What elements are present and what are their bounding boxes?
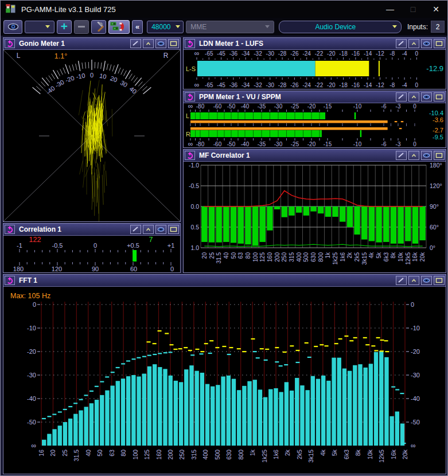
samplerate-dropdown[interactable]: 48000: [147, 21, 184, 33]
panel-maximize-button[interactable]: [434, 39, 445, 48]
panel-collapse-button[interactable]: [408, 39, 419, 48]
maximize-icon: [435, 153, 443, 158]
maximize-button[interactable]: □: [402, 1, 424, 18]
svg-text:∞: ∞: [188, 140, 193, 147]
svg-text:250: 250: [178, 450, 185, 460]
audio-hardware-button[interactable]: [108, 20, 130, 34]
preset-dropdown[interactable]: [25, 21, 54, 33]
svg-text:80: 80: [245, 252, 251, 259]
svg-text:-45: -45: [217, 50, 225, 57]
svg-text:2k: 2k: [284, 449, 291, 456]
power-button[interactable]: [5, 39, 15, 48]
svg-text:-10: -10: [27, 325, 36, 331]
svg-text:-14: -14: [364, 82, 372, 88]
maximize-icon: [435, 278, 443, 283]
minus-icon: [78, 26, 85, 28]
svg-text:-65: -65: [205, 82, 213, 88]
gonio-display: -40-30-20-10010203040LR1.1°: [3, 50, 180, 221]
meter-graphics: 1227-1-0.50+0.5+118012090600: [3, 236, 180, 272]
panel-maximize-button[interactable]: [434, 151, 445, 160]
panel-maximize-button[interactable]: [434, 92, 445, 102]
svg-text:+0.5: +0.5: [127, 242, 139, 249]
panel-eye-button[interactable]: [421, 276, 432, 285]
close-button[interactable]: ✕: [424, 1, 447, 18]
svg-text:40: 40: [223, 252, 229, 259]
power-icon: [6, 226, 13, 233]
panel-collapse-button[interactable]: [408, 92, 419, 102]
svg-text:-1.0: -1.0: [189, 162, 199, 169]
svg-text:-32: -32: [254, 50, 262, 57]
collapse-icon: [145, 227, 152, 232]
power-button[interactable]: [5, 225, 15, 234]
power-button[interactable]: [185, 39, 195, 48]
svg-text:50: 50: [231, 252, 237, 259]
power-icon: [6, 40, 13, 47]
panel-edit-button[interactable]: [396, 276, 407, 285]
view-button[interactable]: [3, 20, 22, 34]
svg-text:-20: -20: [327, 82, 336, 88]
panel-maximize-button[interactable]: [168, 225, 179, 234]
panel-eye-button[interactable]: [421, 151, 432, 160]
panel-maximize-button[interactable]: [168, 39, 179, 48]
driver-dropdown[interactable]: MME: [186, 21, 274, 33]
svg-text:8k: 8k: [354, 449, 361, 456]
svg-text:-35: -35: [258, 141, 266, 147]
power-button[interactable]: [5, 276, 15, 285]
panel-collapse-button[interactable]: [408, 151, 419, 160]
svg-text:-18: -18: [339, 82, 348, 88]
svg-text:200: 200: [274, 252, 281, 262]
power-button[interactable]: [185, 92, 195, 102]
app-window: PG-AMM-Lite v3.1 Build 725 — □ ✕ +: [0, 0, 448, 476]
dropdown-arrow-icon: [392, 25, 397, 28]
panel-eye-button[interactable]: [155, 225, 166, 234]
panel-edit-button[interactable]: [396, 151, 407, 160]
svg-text:125: 125: [259, 252, 266, 262]
mf-correlator-display: -1.0-0.50.00.51.0180°120°90°60°0°202531.…: [184, 162, 446, 272]
remove-meter-button[interactable]: [74, 20, 89, 34]
settings-button[interactable]: [91, 20, 106, 34]
edit-icon: [132, 227, 139, 232]
panel-eye-button[interactable]: [421, 39, 432, 48]
collapse-toolbar-button[interactable]: «: [132, 20, 143, 34]
panel-collapse-button[interactable]: [143, 39, 154, 48]
power-button[interactable]: [185, 151, 195, 160]
svg-text:20k: 20k: [402, 449, 408, 459]
panel-eye-button[interactable]: [421, 92, 432, 102]
svg-text:0: 0: [411, 301, 414, 308]
panel-edit-button[interactable]: [396, 92, 407, 102]
minimize-button[interactable]: —: [379, 1, 402, 18]
svg-text:31.5: 31.5: [73, 450, 80, 462]
fft-panel-header: FFT 1: [3, 275, 446, 287]
svg-text:∞: ∞: [194, 81, 200, 89]
audio-device-dropdown[interactable]: Audio Device: [279, 21, 402, 33]
svg-text:-4: -4: [402, 82, 407, 88]
svg-text:4k: 4k: [368, 252, 375, 259]
svg-text:180: 180: [13, 266, 24, 272]
panel-eye-button[interactable]: [155, 39, 166, 48]
panel-edit-button[interactable]: [130, 39, 141, 48]
panel-edit-button[interactable]: [130, 225, 141, 234]
svg-text:-1: -1: [17, 242, 22, 249]
svg-text:2k5: 2k5: [296, 450, 303, 459]
svg-text:-36: -36: [229, 50, 238, 57]
svg-text:8k: 8k: [390, 252, 396, 259]
svg-text:400: 400: [202, 450, 209, 460]
panel-collapse-button[interactable]: [408, 276, 419, 285]
svg-text:1.1°: 1.1°: [54, 52, 67, 60]
svg-text:-20: -20: [307, 103, 316, 110]
svg-text:-12.9: -12.9: [426, 64, 443, 73]
meter-workspace: Gonio Meter 1 -40-30-20-10010203040LR1.1…: [1, 36, 447, 476]
panel-maximize-button[interactable]: [434, 276, 445, 285]
panel-collapse-button[interactable]: [143, 225, 154, 234]
svg-text:-30: -30: [27, 372, 36, 379]
add-meter-button[interactable]: +: [57, 20, 72, 34]
svg-text:-18: -18: [339, 50, 348, 57]
svg-text:-50: -50: [411, 419, 420, 426]
svg-text:30: 30: [119, 79, 129, 89]
svg-text:-0.5: -0.5: [189, 182, 199, 189]
svg-text:63: 63: [108, 450, 115, 457]
panel-edit-button[interactable]: [396, 39, 407, 48]
svg-text:120°: 120°: [430, 182, 442, 189]
meter-graphics: Max: 105 Hz00-10-10-20-20-30-30-40-40-50…: [3, 287, 446, 474]
collapse-icon: [145, 41, 152, 46]
